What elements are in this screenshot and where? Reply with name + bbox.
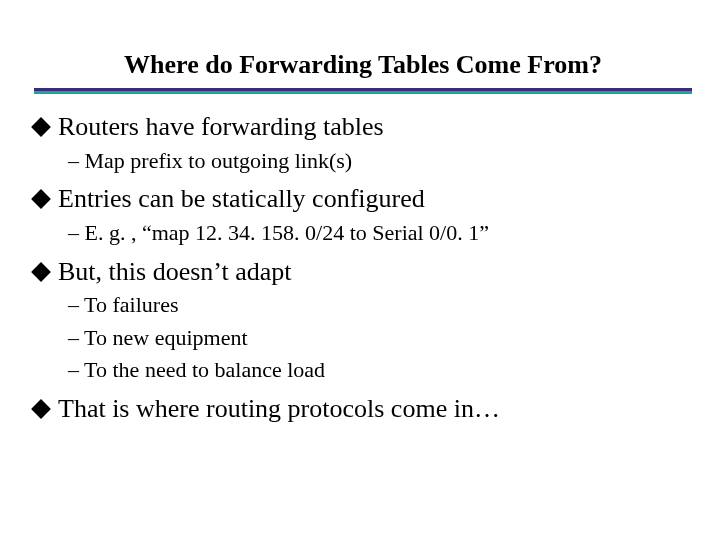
bullet-3-text: That is where routing protocols come in… xyxy=(58,394,692,424)
bullet-0: Routers have forwarding tables xyxy=(34,112,692,142)
bullet-1-sub-0: – E. g. , “map 12. 34. 158. 0/24 to Seri… xyxy=(68,220,692,246)
diamond-icon xyxy=(31,189,51,209)
bullet-2-sub-1: – To new equipment xyxy=(68,325,692,351)
bullet-2-sub-0: – To failures xyxy=(68,292,692,318)
rule-teal xyxy=(34,91,692,94)
bullet-3: That is where routing protocols come in… xyxy=(34,394,692,424)
bullet-2-sub-2: – To the need to balance load xyxy=(68,357,692,383)
bullet-0-text: Routers have forwarding tables xyxy=(58,112,692,142)
slide-title: Where do Forwarding Tables Come From? xyxy=(34,50,692,80)
bullet-1: Entries can be statically configured xyxy=(34,184,692,214)
diamond-icon xyxy=(31,262,51,282)
bullet-0-sub-0: – Map prefix to outgoing link(s) xyxy=(68,148,692,174)
bullet-2-text: But, this doesn’t adapt xyxy=(58,257,692,287)
title-underline xyxy=(34,88,692,94)
bullet-2: But, this doesn’t adapt xyxy=(34,257,692,287)
diamond-icon xyxy=(31,117,51,137)
bullet-1-text: Entries can be statically configured xyxy=(58,184,692,214)
diamond-icon xyxy=(31,399,51,419)
slide: Where do Forwarding Tables Come From? Ro… xyxy=(0,0,720,540)
